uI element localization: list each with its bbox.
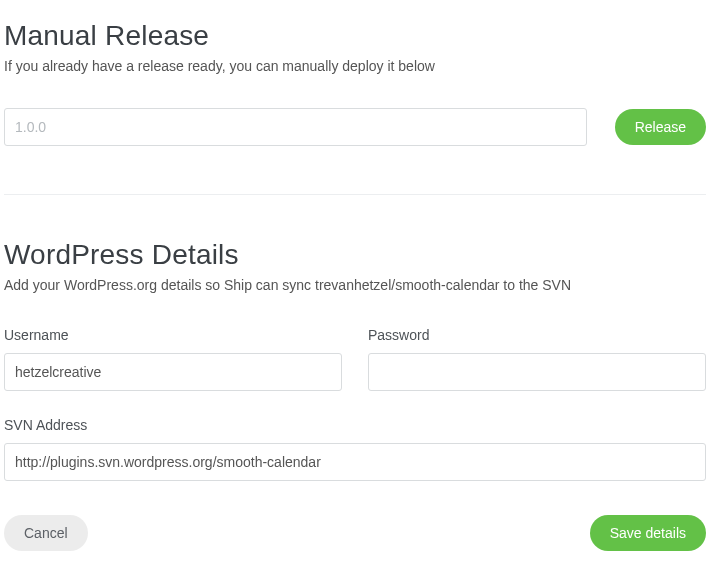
manual-release-description: If you already have a release ready, you… (4, 58, 706, 74)
save-details-button[interactable]: Save details (590, 515, 706, 551)
manual-release-heading: Manual Release (4, 20, 706, 52)
svn-address-label: SVN Address (4, 417, 706, 433)
wordpress-details-heading: WordPress Details (4, 239, 706, 271)
wordpress-details-description: Add your WordPress.org details so Ship c… (4, 277, 706, 293)
version-input[interactable] (4, 108, 587, 146)
password-label: Password (368, 327, 706, 343)
username-input[interactable] (4, 353, 342, 391)
password-input[interactable] (368, 353, 706, 391)
svn-address-input[interactable] (4, 443, 706, 481)
username-label: Username (4, 327, 342, 343)
release-button[interactable]: Release (615, 109, 706, 145)
section-divider (4, 194, 706, 195)
cancel-button[interactable]: Cancel (4, 515, 88, 551)
